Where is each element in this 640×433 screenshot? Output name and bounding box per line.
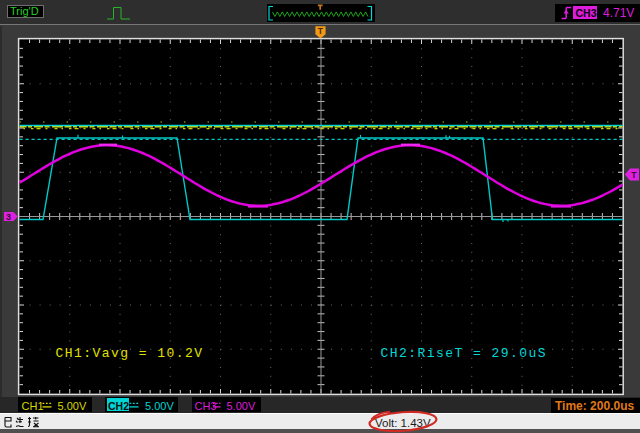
svg-text:T: T bbox=[631, 170, 637, 180]
svg-text:3: 3 bbox=[6, 212, 11, 222]
svg-text:T: T bbox=[318, 26, 324, 36]
